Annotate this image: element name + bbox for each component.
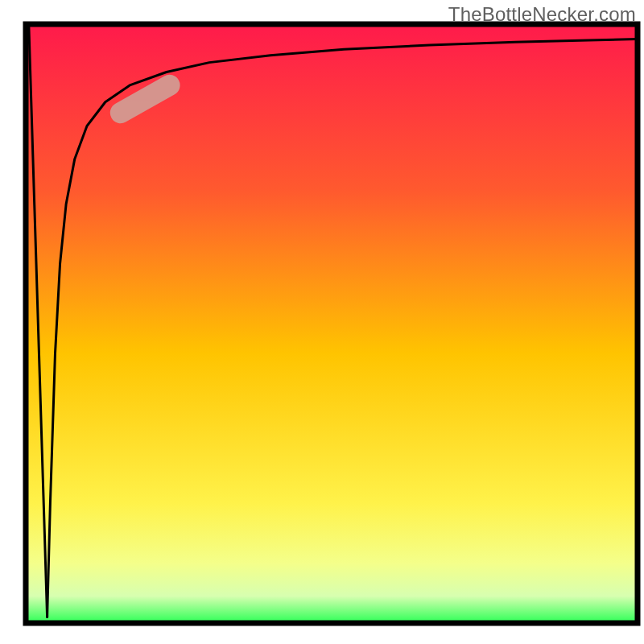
plot-area (0, 0, 644, 644)
chart-svg (0, 0, 644, 644)
watermark-label: TheBottleNecker.com (448, 3, 636, 26)
chart-stage: TheBottleNecker.com (0, 0, 644, 644)
